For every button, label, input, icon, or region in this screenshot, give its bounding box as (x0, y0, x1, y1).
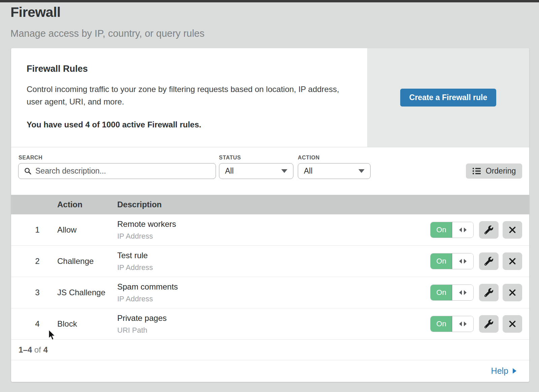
rule-priority: 1 (30, 225, 45, 235)
table-row: 3 JS Challenge Spam comments IP Address … (11, 277, 529, 308)
toggle-handle[interactable] (452, 316, 473, 332)
toggle-on-label: On (431, 253, 452, 269)
page-subtitle: Manage access by IP, country, or query r… (10, 28, 204, 39)
column-header-action: Action (57, 195, 83, 214)
action-select[interactable]: All (298, 163, 371, 179)
card-footer: Help (11, 360, 529, 381)
edit-rule-button[interactable] (479, 315, 499, 333)
intro-text-block: Firewall Rules Control incoming traffic … (27, 64, 353, 129)
table-row: 1 Allow Remote workers IP Address On (11, 214, 529, 246)
arrow-right-icon (464, 290, 467, 295)
rule-description-cell: Remote workers IP Address (117, 219, 176, 241)
create-firewall-rule-button[interactable]: Create a Firewall rule (400, 89, 496, 107)
rule-match-field: IP Address (117, 295, 178, 303)
arrow-right-icon (464, 322, 467, 326)
wrench-icon (484, 225, 493, 234)
window-top-edge (0, 0, 539, 2)
close-icon (508, 226, 516, 234)
rule-description: Private pages (117, 313, 167, 323)
page-title: Firewall (10, 4, 204, 20)
rule-enabled-toggle[interactable]: On (430, 222, 474, 238)
status-selected-value: All (225, 167, 234, 176)
status-select[interactable]: All (219, 163, 293, 179)
action-selected-value: All (304, 167, 313, 176)
table-row: 4 Block Private pages URI Path On (11, 308, 529, 340)
delete-rule-button[interactable] (503, 221, 522, 239)
pagination-count: 1–4 of 4 (19, 345, 48, 355)
edit-rule-button[interactable] (479, 221, 499, 239)
toggle-handle[interactable] (452, 253, 473, 269)
arrow-left-icon (459, 228, 462, 232)
toggle-on-label: On (431, 316, 452, 332)
wrench-icon (484, 288, 493, 297)
chevron-down-icon (358, 169, 364, 173)
chevron-down-icon (281, 169, 287, 173)
card-intro-section: Firewall Rules Control incoming traffic … (11, 48, 529, 147)
pagination-bar: 1–4 of 4 (11, 340, 529, 360)
delete-rule-button[interactable] (503, 252, 522, 270)
pagination-total: 4 (43, 345, 47, 354)
section-heading: Firewall Rules (27, 64, 353, 74)
rule-priority: 4 (30, 319, 45, 329)
rule-description: Test rule (117, 251, 153, 260)
pagination-of: of (34, 345, 41, 354)
arrow-right-icon (464, 228, 467, 232)
pagination-range: 1–4 (19, 345, 32, 354)
search-box[interactable] (18, 163, 216, 179)
action-label: ACTION (298, 155, 320, 161)
rule-match-field: URI Path (117, 326, 167, 335)
rule-enabled-toggle[interactable]: On (430, 316, 474, 332)
ordering-button-label: Ordering (486, 167, 516, 176)
search-label: SEARCH (19, 155, 42, 161)
firewall-rules-card: Firewall Rules Control incoming traffic … (11, 48, 529, 382)
rule-priority: 3 (30, 288, 45, 297)
rule-action: Allow (57, 225, 76, 235)
toggle-on-label: On (431, 222, 452, 238)
status-label: STATUS (219, 155, 241, 161)
arrow-left-icon (459, 322, 462, 326)
toggle-handle[interactable] (452, 285, 473, 300)
rule-description-cell: Spam comments IP Address (117, 282, 178, 303)
rule-enabled-toggle[interactable]: On (430, 253, 474, 269)
rule-priority: 2 (30, 257, 45, 266)
rule-description-cell: Private pages URI Path (117, 313, 167, 335)
rule-enabled-toggle[interactable]: On (430, 284, 474, 301)
page-header: Firewall Manage access by IP, country, o… (10, 2, 204, 39)
close-icon (508, 257, 516, 265)
delete-rule-button[interactable] (503, 315, 522, 333)
ordering-button[interactable]: Ordering (466, 163, 522, 179)
edit-rule-button[interactable] (479, 252, 499, 270)
toggle-handle[interactable] (452, 222, 473, 238)
rule-description: Spam comments (117, 282, 178, 292)
close-icon (508, 289, 516, 297)
wrench-icon (484, 257, 493, 266)
section-description: Control incoming traffic to your zone by… (27, 83, 353, 108)
table-header: Action Description (11, 195, 529, 214)
ordered-list-icon (472, 167, 481, 175)
search-input[interactable] (35, 167, 216, 176)
edit-rule-button[interactable] (479, 284, 499, 301)
rule-description-cell: Test rule IP Address (117, 251, 153, 272)
table-row: 2 Challenge Test rule IP Address On (11, 246, 529, 277)
close-icon (508, 320, 516, 328)
arrow-right-icon (464, 259, 467, 264)
filters-bar: SEARCH STATUS All ACTION All Ordering (11, 147, 529, 195)
arrow-left-icon (459, 290, 462, 295)
rule-action: Block (57, 319, 77, 329)
search-icon (24, 167, 32, 175)
create-rule-panel: Create a Firewall rule (367, 48, 529, 147)
delete-rule-button[interactable] (503, 284, 522, 301)
rule-description: Remote workers (117, 219, 176, 229)
usage-summary: You have used 4 of 1000 active Firewall … (27, 120, 353, 129)
rule-match-field: IP Address (117, 263, 153, 272)
arrow-left-icon (459, 259, 462, 264)
help-link-label: Help (491, 366, 508, 376)
wrench-icon (484, 320, 493, 328)
help-link[interactable]: Help (491, 366, 516, 376)
column-header-description: Description (117, 195, 162, 214)
rule-action: JS Challenge (57, 288, 105, 297)
rule-match-field: IP Address (117, 232, 176, 241)
table-body: 1 Allow Remote workers IP Address On (11, 214, 529, 340)
arrow-right-icon (513, 368, 516, 373)
rule-action: Challenge (57, 257, 94, 266)
